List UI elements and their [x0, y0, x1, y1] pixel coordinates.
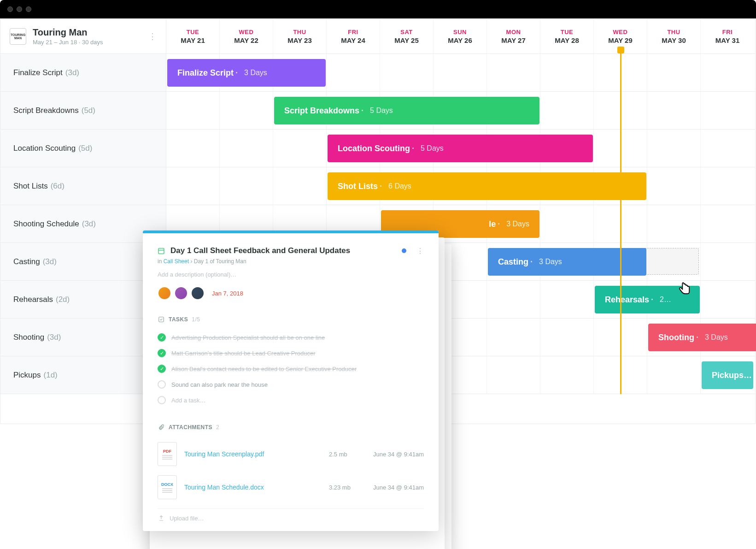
file-icon: DOCX	[158, 475, 177, 499]
task-card: Day 1 Call Sheet Feedback and General Up…	[143, 230, 439, 531]
project-more-icon[interactable]: ⋮	[148, 31, 157, 41]
attachments-count: 2	[216, 424, 219, 431]
description-input[interactable]: Add a description (optional)…	[158, 271, 424, 278]
task-checkbox-icon	[158, 396, 166, 404]
project-title: Touring Man	[33, 27, 103, 38]
checkbox-icon	[158, 316, 165, 323]
gantt-header: TOURING MAN Touring Man May 21 – Jun 18 …	[0, 19, 755, 54]
project-subtitle: May 21 – Jun 18 · 30 days	[33, 39, 103, 46]
task-checkbox-icon[interactable]: ✓	[158, 349, 166, 357]
breadcrumb: in Call Sheet › Day 1 of Touring Man	[158, 258, 424, 265]
task-item[interactable]: ✓Advertising Production Specialist shoul…	[158, 330, 424, 345]
card-title: Day 1 Call Sheet Feedback and General Up…	[170, 246, 350, 255]
upload-icon	[158, 514, 165, 522]
calendar-day-header: FRIMAY 31	[701, 19, 754, 53]
attachment-item[interactable]: PDFTouring Man Screenplay.pdf2.5 mbJune …	[158, 437, 424, 471]
calendar-day-header: WEDMAY 22	[220, 19, 273, 53]
calendar-day-header: TUEMAY 21	[166, 19, 220, 53]
upload-file-button[interactable]: Upload file…	[158, 508, 424, 522]
gantt-row-label[interactable]: Casting (3d)	[0, 243, 166, 281]
file-icon: PDF	[158, 442, 177, 466]
cursor-hand-icon	[675, 279, 693, 298]
calendar-day-header: THUMAY 30	[647, 19, 701, 53]
gantt-bar[interactable]: Location Scouting·5 Days	[328, 135, 593, 162]
calendar-day-header: FRIMAY 24	[327, 19, 380, 53]
gantt-row-label[interactable]: Shooting (3d)	[0, 319, 166, 356]
gantt-bar[interactable]: Shot Lists·6 Days	[328, 172, 646, 200]
due-date[interactable]: Jan 7, 2018	[212, 290, 243, 297]
calendar-day-header: THUMAY 23	[273, 19, 327, 53]
window-control-max[interactable]	[26, 6, 31, 12]
gantt-bar[interactable]: Pickups…	[702, 361, 753, 389]
svg-rect-0	[158, 248, 164, 254]
task-item[interactable]: ✓Alison Beal's contact needs to be edite…	[158, 361, 424, 377]
window-control-close[interactable]	[7, 6, 13, 12]
task-checkbox-icon[interactable]: ✓	[158, 365, 166, 373]
attachments-section-label: ATTACHMENTS	[169, 424, 212, 431]
avatar[interactable]	[191, 286, 205, 300]
calendar-day-header: SUNMAY 26	[434, 19, 487, 53]
task-checkbox-icon[interactable]: ✓	[158, 333, 166, 342]
tasks-section-label: TASKS	[169, 316, 188, 323]
gantt-row-label[interactable]: Location Scouting (5d)	[0, 130, 166, 167]
window-titlebar	[0, 0, 756, 18]
avatar[interactable]	[174, 286, 188, 300]
calendar-day-header: MONMAY 27	[487, 19, 540, 53]
add-task-input[interactable]: Add a task…	[158, 392, 424, 408]
breadcrumb-link[interactable]: Call Sheet	[164, 258, 189, 265]
gantt-bar[interactable]: Script Breakdowns·5 Days	[274, 97, 539, 124]
task-checkbox-icon[interactable]	[158, 380, 166, 389]
project-logo: TOURING MAN	[10, 28, 26, 45]
gantt-row-label[interactable]: Pickups (1d)	[0, 356, 166, 394]
project-header: TOURING MAN Touring Man May 21 – Jun 18 …	[0, 19, 166, 53]
gantt-row-label[interactable]: Script Breakdowns (5d)	[0, 92, 166, 130]
paperclip-icon	[158, 424, 165, 431]
gantt-row-label[interactable]: Finalize Script (3d)	[0, 54, 166, 92]
gantt-bar[interactable]: Casting·3 Days	[488, 248, 646, 276]
gantt-row-label[interactable]: Shooting Schedule (3d)	[0, 205, 166, 243]
window-control-min[interactable]	[17, 6, 22, 12]
gantt-row-label[interactable]: Rehearsals (2d)	[0, 281, 166, 319]
tasks-count: 1/5	[192, 316, 200, 323]
today-indicator	[620, 51, 621, 394]
task-item[interactable]: Sound can also park near the house	[158, 377, 424, 392]
today-marker-icon	[617, 47, 624, 53]
svg-rect-2	[159, 317, 164, 322]
attachment-item[interactable]: DOCXTouring Man Schedule.docx3.23 mbJune…	[158, 471, 424, 504]
card-more-icon[interactable]: ⋮	[416, 247, 424, 255]
avatar[interactable]	[158, 286, 171, 300]
gantt-row-label[interactable]: Shot Lists (6d)	[0, 167, 166, 205]
calendar-day-header: TUEMAY 28	[540, 19, 594, 53]
gantt-bar[interactable]: Shooting·3 Days	[648, 324, 756, 351]
calendar-day-header: SATMAY 25	[380, 19, 434, 53]
task-item[interactable]: ✓Matt Garrison's title should be Lead Cr…	[158, 345, 424, 361]
status-dot-icon[interactable]	[402, 248, 406, 253]
gantt-bar[interactable]: Finalize Script·3 Days	[167, 59, 326, 87]
calendar-icon	[158, 247, 165, 254]
